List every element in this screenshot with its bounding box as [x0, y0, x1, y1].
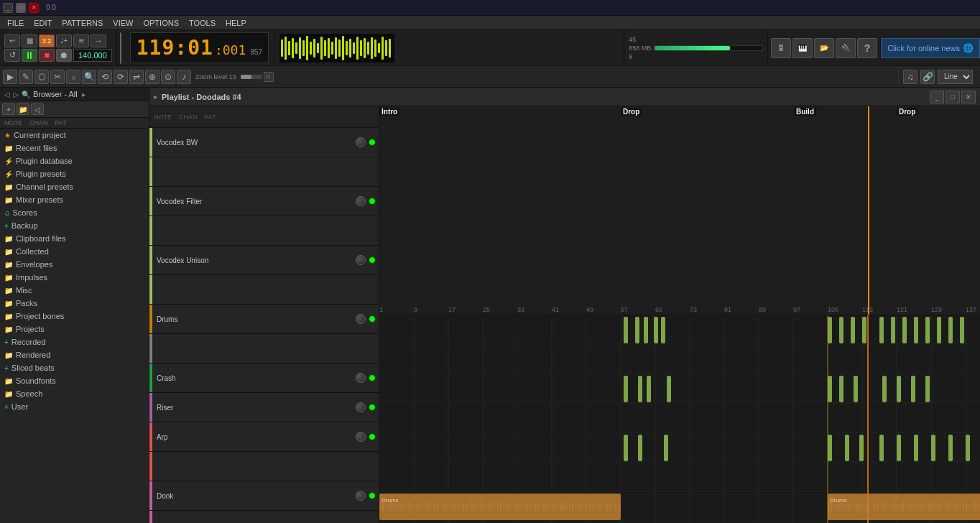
browser-item-6[interactable]: ♫Scores [0, 206, 149, 219]
menu-file[interactable]: FILE [3, 17, 28, 29]
online-news-button[interactable]: Click for online news 🌐 [881, 38, 980, 58]
playlist-collapse-icon[interactable]: ▸ [154, 93, 157, 101]
browser-item-18[interactable]: +Sliced beats [0, 361, 149, 374]
track-led-8[interactable] [369, 374, 376, 381]
track-label-0[interactable]: Vocodex BW [149, 128, 379, 157]
track-knob-8[interactable] [356, 373, 366, 383]
piano-roll-icon[interactable]: 🎹 [792, 38, 813, 58]
play-toolbar-btn[interactable]: ▶ [3, 70, 17, 84]
browser-item-5[interactable]: 📁Mixer presets [0, 193, 149, 206]
track-label-2[interactable]: Vocodex Filter [149, 187, 379, 216]
browser-nav-back[interactable]: ◁ [4, 91, 10, 98]
playlist-min-btn[interactable]: _ [930, 91, 944, 103]
pattern-icon[interactable]: ▦ [22, 34, 37, 47]
menu-patterns[interactable]: PATTERNS [57, 17, 107, 29]
track-led-9[interactable] [369, 404, 376, 411]
track-led-6[interactable] [369, 315, 376, 323]
stop-button[interactable]: ■ [39, 49, 55, 62]
track-label-10[interactable]: Arp [149, 422, 379, 452]
track-led-10[interactable] [369, 433, 376, 440]
help-icon[interactable]: ? [857, 38, 877, 58]
close-button[interactable]: ✕ [29, 3, 39, 13]
menu-edit[interactable]: EDIT [29, 17, 56, 29]
browser-icon[interactable]: 📂 [814, 38, 834, 58]
playlist-max-btn[interactable]: □ [946, 91, 960, 103]
browser-item-17[interactable]: 📁Rendered [0, 348, 149, 361]
track-knob-0[interactable] [356, 137, 366, 147]
track-label-7[interactable] [149, 334, 379, 364]
track-knob-12[interactable] [356, 491, 366, 501]
browser-item-16[interactable]: +Recorded [0, 335, 149, 348]
time-sig-icon[interactable]: 3:2 [39, 34, 55, 47]
loop-icon[interactable]: ↺ [4, 49, 20, 62]
playlist-close-btn[interactable]: ✕ [961, 91, 976, 103]
browser-item-0[interactable]: ★Current project [0, 129, 149, 142]
arrow-icon[interactable]: → [91, 34, 106, 47]
undo-btn[interactable]: ⟲ [98, 70, 112, 84]
browser-item-3[interactable]: ⚡Plugin presets [0, 167, 149, 180]
browser-item-10[interactable]: 📁Envelopes [0, 258, 149, 271]
track-label-6[interactable]: Drums [149, 305, 379, 334]
track-led-2[interactable] [369, 198, 376, 205]
browser-item-13[interactable]: 📁Packs [0, 297, 149, 310]
browser-expand-icon[interactable]: ▸ [82, 91, 85, 98]
plugin-icon[interactable]: 🔌 [836, 38, 856, 58]
track-led-12[interactable] [369, 492, 376, 499]
track-knob-2[interactable] [356, 196, 366, 206]
add-pattern-button[interactable]: ↩ [4, 34, 20, 47]
zoom-reset-btn[interactable]: □ [264, 72, 274, 82]
track-label-13[interactable] [149, 511, 379, 523]
select-btn[interactable]: ⬡ [34, 70, 49, 84]
erase-btn[interactable]: ⬦ [66, 70, 80, 84]
browser-folder-btn[interactable]: 📁 [17, 103, 29, 115]
record-mode-icon[interactable]: ≋ [73, 34, 89, 47]
track-knob-9[interactable] [356, 402, 366, 412]
browser-item-19[interactable]: 📁Soundfonts [0, 374, 149, 387]
browser-item-7[interactable]: +Backup [0, 219, 149, 232]
link-btn[interactable]: 🔗 [920, 70, 935, 84]
track-led-4[interactable] [369, 256, 376, 264]
metronome-icon[interactable]: ♩+ [56, 34, 72, 47]
line-mode-dropdown[interactable]: Line [938, 70, 973, 84]
browser-item-15[interactable]: 📁Projects [0, 323, 149, 335]
maximize-button[interactable]: □ [16, 3, 26, 13]
track-label-5[interactable] [149, 275, 379, 305]
cut-btn[interactable]: ✂ [50, 70, 65, 84]
master-volume-knob[interactable] [117, 30, 124, 65]
track-led-0[interactable] [369, 139, 376, 146]
audio-btn[interactable]: ♪ [177, 70, 191, 84]
menu-view[interactable]: VIEW [108, 17, 137, 29]
zoom-btn[interactable]: 🔍 [82, 70, 96, 84]
pause-button[interactable]: ⏸ [22, 49, 37, 62]
browser-nav-fwd[interactable]: ▷ [13, 91, 19, 98]
menu-tools[interactable]: TOOLS [185, 17, 220, 29]
browser-item-8[interactable]: 📁Clipboard files [0, 232, 149, 245]
magnet-btn[interactable]: ⊕ [145, 70, 160, 84]
bpm-display[interactable]: 140.000 [73, 49, 112, 62]
browser-item-21[interactable]: +User [0, 400, 149, 413]
track-label-4[interactable]: Vocodex Unison [149, 246, 379, 275]
browser-item-1[interactable]: 📁Recent files [0, 142, 149, 154]
track-label-8[interactable]: Crash [149, 364, 379, 393]
menu-options[interactable]: OPTIONS [139, 17, 183, 29]
menu-help[interactable]: HELP [221, 17, 251, 29]
redo-btn[interactable]: ⟳ [114, 70, 128, 84]
zoom-slider[interactable] [241, 75, 262, 79]
browser-search-icon[interactable]: 🔍 [22, 91, 30, 98]
master-volume-slider[interactable] [654, 45, 763, 51]
minimize-button[interactable]: _ [3, 3, 13, 13]
browser-item-2[interactable]: ⚡Plugin database [0, 154, 149, 167]
browser-back-btn[interactable]: ◁ [31, 103, 44, 115]
track-label-3[interactable] [149, 216, 379, 246]
track-label-9[interactable]: Riser [149, 393, 379, 422]
browser-item-11[interactable]: 📁Impulses [0, 271, 149, 284]
browser-item-9[interactable]: 📁Collected [0, 245, 149, 258]
browser-item-20[interactable]: 📁Speech [0, 387, 149, 400]
browser-item-14[interactable]: 📁Project bones [0, 310, 149, 323]
track-knob-10[interactable] [356, 432, 366, 442]
speaker-btn[interactable]: ♫ [903, 70, 917, 84]
draw-btn[interactable]: ✎ [19, 70, 33, 84]
track-label-12[interactable]: Donk [149, 481, 379, 511]
track-label-11[interactable] [149, 452, 379, 481]
browser-item-4[interactable]: 📁Channel presets [0, 180, 149, 193]
